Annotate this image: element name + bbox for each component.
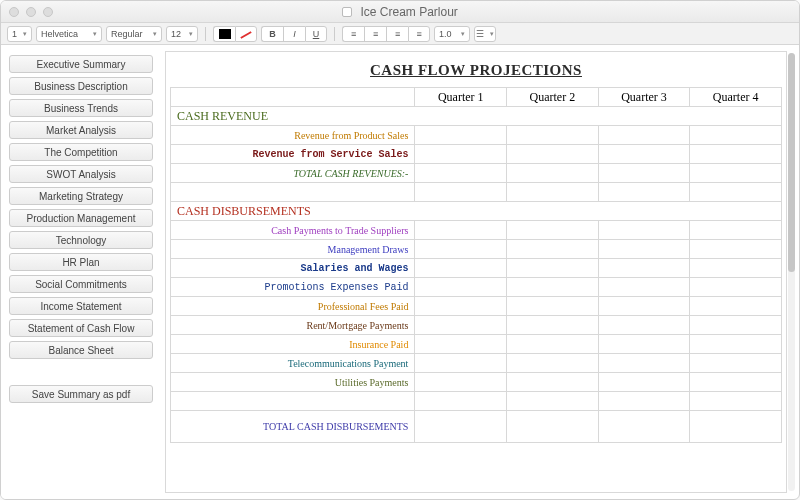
italic-button[interactable]: I xyxy=(283,26,305,42)
font-weight-select[interactable]: Regular▾ xyxy=(106,26,162,42)
sidebar-item-balance-sheet[interactable]: Balance Sheet xyxy=(9,341,153,359)
vertical-scrollbar[interactable] xyxy=(788,53,795,491)
sidebar-item-the-competition[interactable]: The Competition xyxy=(9,143,153,161)
row-utilities-payments: Utilities Payments xyxy=(171,373,415,392)
row-salaries-wages: Salaries and Wages xyxy=(171,259,415,278)
row-total-cash-disbursements: TOTAL CASH DISBURSEMENTS xyxy=(171,411,415,443)
sidebar-item-hr-plan[interactable]: HR Plan xyxy=(9,253,153,271)
align-left-button[interactable]: ≡ xyxy=(342,26,364,42)
font-size-stepper[interactable]: 12▾ xyxy=(166,26,198,42)
doc-title: CASH FLOW PROJECTIONS xyxy=(170,62,782,79)
sidebar-item-market-analysis[interactable]: Market Analysis xyxy=(9,121,153,139)
window-title-text: Ice Cream Parlour xyxy=(360,5,457,19)
row-insurance-paid: Insurance Paid xyxy=(171,335,415,354)
section-sidebar: Executive Summary Business Description B… xyxy=(1,45,161,499)
sidebar-item-statement-cash-flow[interactable]: Statement of Cash Flow xyxy=(9,319,153,337)
cash-flow-table: Quarter 1 Quarter 2 Quarter 3 Quarter 4 … xyxy=(170,87,782,443)
row-professional-fees-paid: Professional Fees Paid xyxy=(171,297,415,316)
sidebar-item-swot-analysis[interactable]: SWOT Analysis xyxy=(9,165,153,183)
no-color-button[interactable] xyxy=(235,26,257,42)
color-group xyxy=(213,26,257,42)
list-style-select[interactable]: ☰▾ xyxy=(474,26,496,42)
col-header-q2: Quarter 2 xyxy=(507,88,599,107)
col-header-q3: Quarter 3 xyxy=(598,88,690,107)
sidebar-item-income-statement[interactable]: Income Statement xyxy=(9,297,153,315)
align-justify-button[interactable]: ≡ xyxy=(408,26,430,42)
sidebar-item-executive-summary[interactable]: Executive Summary xyxy=(9,55,153,73)
font-family-select[interactable]: Helvetica▾ xyxy=(36,26,102,42)
section-cash-disbursements: CASH DISBURSEMENTS xyxy=(177,204,311,218)
sidebar-item-technology[interactable]: Technology xyxy=(9,231,153,249)
align-center-button[interactable]: ≡ xyxy=(364,26,386,42)
sidebar-item-business-trends[interactable]: Business Trends xyxy=(9,99,153,117)
col-header-q1: Quarter 1 xyxy=(415,88,507,107)
window-titlebar: Ice Cream Parlour xyxy=(1,1,799,23)
row-total-cash-revenues: TOTAL CASH REVENUES:- xyxy=(171,164,415,183)
row-promotions-expenses-paid: Promotions Expenses Paid xyxy=(171,278,415,297)
underline-button[interactable]: U xyxy=(305,26,327,42)
scroll-thumb[interactable] xyxy=(788,53,795,272)
sidebar-item-social-commitments[interactable]: Social Commitments xyxy=(9,275,153,293)
row-rent-mortgage-payments: Rent/Mortgage Payments xyxy=(171,316,415,335)
section-cash-revenue: CASH REVENUE xyxy=(177,109,268,123)
sidebar-item-marketing-strategy[interactable]: Marketing Strategy xyxy=(9,187,153,205)
sidebar-item-production-management[interactable]: Production Management xyxy=(9,209,153,227)
format-toolbar: 1▾ Helvetica▾ Regular▾ 12▾ B I U ≡ ≡ ≡ ≡… xyxy=(1,23,799,45)
document-area[interactable]: CASH FLOW PROJECTIONS Quarter 1 Quarter … xyxy=(165,51,787,493)
row-telecommunications-payment: Telecommunications Payment xyxy=(171,354,415,373)
row-revenue-service-sales: Revenue from Service Sales xyxy=(171,145,415,164)
row-management-draws: Management Draws xyxy=(171,240,415,259)
paragraph-style-select[interactable]: 1▾ xyxy=(7,26,32,42)
text-color-button[interactable] xyxy=(213,26,235,42)
align-group: ≡ ≡ ≡ ≡ xyxy=(342,26,430,42)
row-revenue-product-sales: Revenue from Product Sales xyxy=(171,126,415,145)
title-checkbox[interactable] xyxy=(342,7,352,17)
window-title: Ice Cream Parlour xyxy=(1,5,799,19)
sidebar-item-business-description[interactable]: Business Description xyxy=(9,77,153,95)
align-right-button[interactable]: ≡ xyxy=(386,26,408,42)
style-group: B I U xyxy=(261,26,327,42)
row-cash-payments-trade-suppliers: Cash Payments to Trade Suppliers xyxy=(171,221,415,240)
line-spacing-select[interactable]: 1.0▾ xyxy=(434,26,470,42)
col-header-q4: Quarter 4 xyxy=(690,88,782,107)
bold-button[interactable]: B xyxy=(261,26,283,42)
save-summary-pdf-button[interactable]: Save Summary as pdf xyxy=(9,385,153,403)
